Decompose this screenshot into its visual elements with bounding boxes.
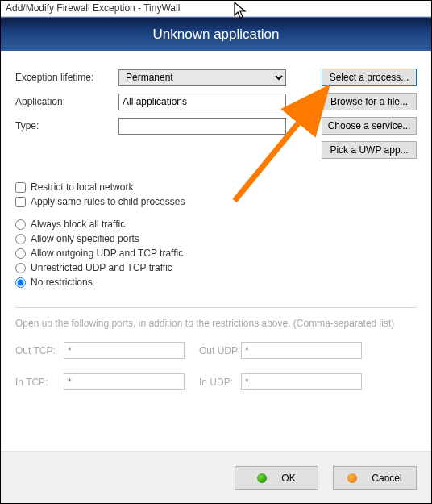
in-udp-label: In UDP: [185,377,241,388]
child-processes-row[interactable]: Apply same rules to child processes [15,196,417,207]
cancel-icon [347,473,357,483]
in-tcp-input [64,373,185,390]
radio-outgoing-label: Allow outgoing UDP and TCP traffic [31,248,183,259]
cancel-button[interactable]: Cancel [333,466,417,490]
out-tcp-label: Out TCP: [15,345,64,356]
lifetime-select[interactable]: Permanent [118,69,286,86]
child-processes-checkbox[interactable] [15,197,26,207]
in-tcp-label: In TCP: [15,377,64,388]
radio-always-block-label: Always block all traffic [31,219,125,230]
radio-unrestricted[interactable] [15,263,26,273]
ok-button[interactable]: OK [235,466,318,490]
radio-only-specified-row[interactable]: Allow only specified ports [15,233,417,244]
radio-always-block[interactable] [15,219,26,230]
ports-caption: Open up the following ports, in addition… [15,318,417,329]
radio-outgoing-row[interactable]: Allow outgoing UDP and TCP traffic [15,248,417,259]
radio-unrestricted-row[interactable]: Unrestricted UDP and TCP traffic [15,262,417,273]
label-application: Application: [15,96,118,107]
browse-file-button[interactable]: Browse for a file... [322,93,417,110]
radio-no-restrictions-label: No restrictions [31,277,93,288]
restrict-local-checkbox[interactable] [15,182,26,193]
separator [15,307,417,308]
radio-unrestricted-label: Unrestricted UDP and TCP traffic [31,262,172,273]
radio-only-specified-label: Allow only specified ports [31,233,139,244]
application-input[interactable] [118,94,286,110]
in-udp-input [241,373,362,390]
ok-label: OK [281,473,295,484]
ports-area: Open up the following ports, in addition… [1,313,431,398]
out-udp-label: Out UDP: [185,345,241,356]
choose-service-button[interactable]: Choose a service... [322,117,417,135]
dialog-window: Add/Modify Firewall Exception - TinyWall… [0,0,432,504]
cancel-label: Cancel [372,473,401,484]
dialog-buttons: OK Cancel [1,451,431,503]
banner: Unknown application [1,17,431,51]
select-process-button[interactable]: Select a process... [322,69,417,86]
label-type: Type: [15,120,118,131]
window-title: Add/Modify Firewall Exception - TinyWall [6,2,180,14]
banner-text: Unknown application [153,27,280,43]
form-area: Exception lifetime: Permanent Select a p… [1,51,431,173]
type-input[interactable] [118,118,286,135]
radio-always-block-row[interactable]: Always block all traffic [15,219,417,230]
options-area: Restrict to local network Apply same rul… [1,173,431,299]
radio-outgoing[interactable] [15,248,26,259]
ok-icon [257,473,267,483]
titlebar: Add/Modify Firewall Exception - TinyWall [1,1,431,17]
restrict-local-label: Restrict to local network [31,181,133,193]
label-lifetime: Exception lifetime: [15,72,118,83]
traffic-radio-group: Always block all traffic Allow only spec… [15,219,417,288]
out-tcp-input [64,342,185,359]
pick-uwp-button[interactable]: Pick a UWP app... [322,141,417,159]
radio-no-restrictions[interactable] [15,277,26,288]
radio-no-restrictions-row[interactable]: No restrictions [15,277,417,288]
child-processes-label: Apply same rules to child processes [31,196,185,207]
restrict-local-row[interactable]: Restrict to local network [15,181,417,193]
radio-only-specified[interactable] [15,234,26,244]
out-udp-input [241,342,362,359]
